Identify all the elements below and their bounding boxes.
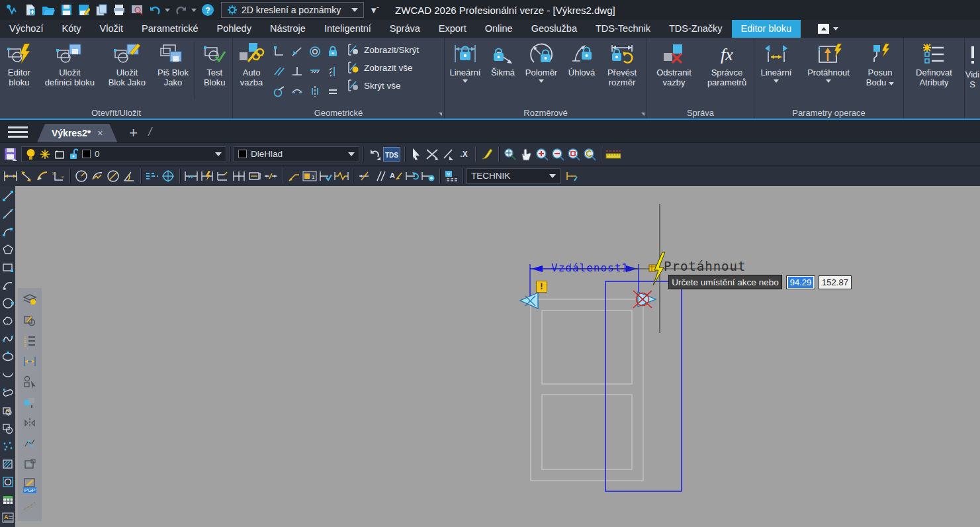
ribbon-collapse-up-icon[interactable] <box>818 24 829 34</box>
tab-overflow-icon[interactable]: / <box>148 125 152 139</box>
undo-icon[interactable] <box>148 4 161 16</box>
dim-update-icon[interactable] <box>404 168 420 184</box>
tab-vlozit[interactable]: Vložit <box>91 20 132 38</box>
dim-style-ghost-icon[interactable] <box>22 501 38 512</box>
dim-linearni-button[interactable]: Lineární <box>445 38 486 104</box>
dim-oblique-icon[interactable] <box>357 168 373 184</box>
pgp-edit-icon[interactable]: PGP <box>23 478 37 493</box>
numbered-list-icon[interactable]: 123 <box>23 334 36 348</box>
dim-radius-icon[interactable] <box>73 168 89 184</box>
cell-style-icon[interactable]: M <box>443 168 459 184</box>
dim-baseline-icon[interactable] <box>144 168 160 184</box>
rectangle-tool-icon[interactable] <box>2 262 14 273</box>
dim-break-icon[interactable] <box>263 168 279 184</box>
perpendicular-constraint-icon[interactable] <box>288 62 306 81</box>
sketch-pen-icon[interactable] <box>479 146 495 162</box>
menu-hamburger-icon[interactable] <box>8 126 28 138</box>
horizontal-constraint-icon[interactable] <box>306 62 324 81</box>
dim-continue-icon[interactable] <box>231 168 247 184</box>
definovat-atributy-button[interactable]: DefinovatAtributy <box>905 38 963 104</box>
leader-icon[interactable] <box>286 168 302 184</box>
dropdown-caret[interactable] <box>539 79 544 83</box>
make-block-tool-icon[interactable] <box>2 422 14 434</box>
tab-parametricke[interactable]: Parametrické <box>132 20 207 38</box>
dim-linear-icon[interactable] <box>3 168 19 184</box>
undo-dropdown-caret[interactable] <box>165 9 170 12</box>
tangent-point-constraint-icon[interactable] <box>288 42 306 62</box>
test-bloku-button[interactable]: TestBloku <box>197 38 232 104</box>
point-tool-icon[interactable] <box>2 440 14 452</box>
tab-tds-technik[interactable]: TDS-Technik <box>586 20 660 38</box>
coincident-constraint-icon[interactable] <box>270 42 288 62</box>
ellipse-tool-icon[interactable] <box>2 351 14 363</box>
vertical-constraint-icon[interactable] <box>324 62 341 81</box>
dynamic-input-x[interactable]: 94.29 <box>786 275 815 289</box>
parallel-constraint-icon[interactable] <box>270 62 288 81</box>
dim-jogged-icon[interactable] <box>89 168 105 184</box>
copy-icon[interactable] <box>95 3 108 17</box>
zoom-extents-icon[interactable] <box>566 146 582 162</box>
layer-color-swatch[interactable] <box>82 150 91 158</box>
save-as-icon[interactable] <box>77 3 90 17</box>
polygon-tool-icon[interactable] <box>2 244 14 256</box>
document-tab-vykres2[interactable]: Výkres2* × <box>37 124 117 142</box>
layer-freeze-icon[interactable] <box>40 149 50 160</box>
save-icon[interactable] <box>60 3 73 17</box>
panel-expand-arrow[interactable] <box>439 113 442 116</box>
dynamic-input-y[interactable]: 152.87 <box>819 275 852 289</box>
param-linearni-button[interactable]: Lineární <box>754 38 798 104</box>
viditelnost-partial-button[interactable]: VidiS <box>965 38 980 89</box>
equal-constraint-icon[interactable] <box>324 81 341 101</box>
tolerance-table-icon[interactable]: 1 <box>302 168 318 184</box>
layer-plot-icon[interactable] <box>54 149 65 160</box>
dim-power-icon[interactable] <box>199 168 215 184</box>
zoom-in-icon[interactable] <box>534 146 550 162</box>
tab-sprava[interactable]: Správa <box>380 20 429 38</box>
stretch-action-label[interactable]: Protáhnout <box>664 259 746 273</box>
dim-quick-icon[interactable] <box>22 355 37 368</box>
donut-tool-icon[interactable] <box>2 476 14 488</box>
help-icon[interactable]: ? <box>201 3 214 17</box>
dim-check-icon[interactable] <box>318 168 334 184</box>
tab-vychozi[interactable]: Výchozí <box>0 20 53 38</box>
workspace-selector[interactable]: 2D kreslení a poznámky <box>221 2 364 18</box>
param-posun-bodu-button[interactable]: Posun Bodu <box>859 38 901 104</box>
zoom-realtime-icon[interactable] <box>502 146 518 162</box>
tab-tds-znacky[interactable]: TDS-Značky <box>660 20 732 38</box>
dim-ordinate-icon[interactable]: yx <box>50 168 66 184</box>
fix-constraint-icon[interactable] <box>324 42 341 62</box>
dimension-parameter-label[interactable]: Vzdálenost1 <box>551 262 629 274</box>
color-combo-caret-icon[interactable] <box>348 152 355 156</box>
dim-diameter-icon[interactable] <box>105 168 121 184</box>
zobrazit-skryt-button[interactable]: Zobrazit/Skrýt <box>347 43 419 56</box>
tab-geosluzba[interactable]: Geoslužba <box>522 20 586 38</box>
dim-aligned-icon[interactable] <box>19 168 34 184</box>
ulozit-blok-jako-button[interactable]: UložitBlok Jako <box>101 38 153 104</box>
print-preview-icon[interactable] <box>130 3 144 17</box>
smooth-constraint-icon[interactable] <box>288 81 306 101</box>
layer-combo[interactable]: 0 <box>21 146 226 162</box>
workspace-collapse-icon[interactable]: ▼̄ <box>369 5 378 15</box>
dim-arc-length-icon[interactable] <box>34 168 50 184</box>
table-tool-icon[interactable] <box>2 494 14 506</box>
mirror-icon[interactable] <box>23 416 36 430</box>
dim-polomer-button[interactable]: Poloměr <box>520 38 562 104</box>
text-tool-icon[interactable]: A <box>2 512 14 524</box>
viewport-icon[interactable] <box>23 457 36 471</box>
dim-box-icon[interactable] <box>247 168 263 184</box>
tab-pohledy[interactable]: Pohledy <box>208 20 261 38</box>
copy-objects-icon[interactable] <box>23 396 36 409</box>
layer-states-icon[interactable] <box>22 293 37 307</box>
color-combo[interactable]: DleHlad <box>234 146 359 162</box>
select-similar-icon[interactable] <box>23 375 36 389</box>
select-arrow-icon[interactable] <box>408 146 424 162</box>
line-tool-icon[interactable] <box>2 190 14 202</box>
extend-icon[interactable] <box>440 146 456 162</box>
polyline-vertex-icon[interactable] <box>23 437 36 450</box>
tab-koty[interactable]: Kóty <box>53 20 91 38</box>
spravce-parametru-button[interactable]: fx Správceparametrů <box>701 38 754 104</box>
spline-tool-icon[interactable] <box>2 333 14 345</box>
zobrazit-vse-button[interactable]: Zobrazit vše <box>347 61 419 74</box>
tab-inteligentni[interactable]: Inteligentní <box>315 20 380 38</box>
tab-online[interactable]: Online <box>476 20 522 38</box>
